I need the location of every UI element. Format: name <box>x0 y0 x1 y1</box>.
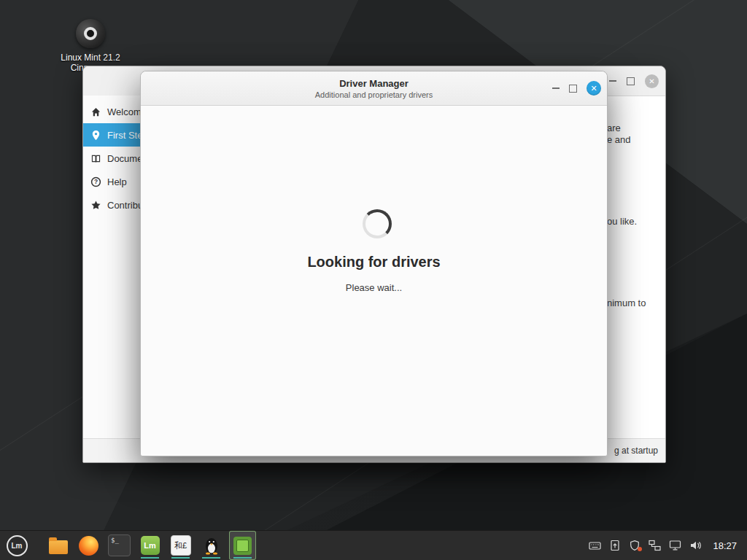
pin-icon <box>90 130 101 141</box>
welcome-content-fragment: are <box>607 122 621 133</box>
welcome-window-controls: ✕ <box>609 66 659 96</box>
window-title: Driver Manager <box>339 78 409 89</box>
launcher-input-method[interactable]: 和£ <box>168 532 193 559</box>
help-icon: ? <box>90 176 101 187</box>
tray-firewall[interactable] <box>629 540 640 551</box>
network-icon <box>649 540 661 551</box>
display-icon <box>669 540 681 551</box>
launcher-firefox[interactable] <box>76 532 101 559</box>
driver-manager-window[interactable]: Driver Manager Additional and proprietar… <box>140 71 608 456</box>
disc-icon[interactable] <box>76 19 105 48</box>
status-message: Please wait... <box>141 282 607 293</box>
launcher-area: $_ Lm 和£ <box>45 531 256 560</box>
launcher-tux-app[interactable] <box>198 532 224 559</box>
terminal-icon: $_ <box>108 534 131 556</box>
keyboard-icon <box>589 540 601 551</box>
driver-manager-icon <box>233 537 252 555</box>
window-subtitle: Additional and proprietary drivers <box>315 90 433 99</box>
tray-network[interactable] <box>649 540 661 551</box>
tray-volume[interactable] <box>689 540 702 551</box>
shortcut-label-line1: Linux Mint 21.2 <box>58 52 123 63</box>
svg-text:?: ? <box>94 178 98 185</box>
folder-icon <box>49 540 68 554</box>
close-icon[interactable]: ✕ <box>587 81 601 96</box>
maximize-icon[interactable] <box>569 85 577 93</box>
minimize-icon[interactable] <box>552 88 560 89</box>
welcome-content-fragment: nimum to <box>607 298 646 308</box>
mint-welcome-icon: Lm <box>141 536 160 555</box>
status-heading: Looking for drivers <box>141 254 607 271</box>
close-icon[interactable]: ✕ <box>645 74 659 88</box>
driver-manager-icon-inner <box>236 540 249 552</box>
loading-spinner <box>363 209 392 238</box>
taskbar-panel: Lm $_ Lm 和£ <box>0 530 747 560</box>
book-icon <box>90 153 101 164</box>
tux-icon <box>204 536 220 555</box>
launcher-driver-manager[interactable] <box>229 531 256 560</box>
speaker-icon <box>689 540 702 551</box>
tray-display[interactable] <box>669 540 681 551</box>
menu-button[interactable]: Lm <box>0 531 34 560</box>
disc-ring <box>84 27 97 40</box>
home-icon <box>90 106 101 117</box>
mint-logo-icon: Lm <box>7 535 28 556</box>
notification-dot <box>638 547 642 551</box>
maximize-icon[interactable] <box>627 77 635 85</box>
driver-window-controls: ✕ <box>552 71 601 105</box>
clock[interactable]: 18:27 <box>713 540 737 551</box>
show-at-startup-label[interactable]: g at startup <box>614 446 658 456</box>
launcher-files[interactable] <box>45 532 71 559</box>
driver-manager-titlebar[interactable]: Driver Manager Additional and proprietar… <box>141 71 607 106</box>
minimize-icon[interactable] <box>609 80 616 82</box>
input-method-icon: 和£ <box>171 535 191 556</box>
system-tray: 18:27 <box>589 531 747 560</box>
sidebar-item-label: Help <box>107 176 127 187</box>
launcher-mint-welcome[interactable]: Lm <box>137 532 163 559</box>
welcome-content-fragment: ou like. <box>607 216 637 227</box>
launcher-terminal[interactable]: $_ <box>107 532 132 559</box>
desktop-shortcut-linux-mint-iso[interactable]: Linux Mint 21.2 Cinnamon <box>58 19 123 73</box>
tray-keyboard[interactable] <box>589 540 601 551</box>
star-icon <box>90 200 101 211</box>
upload-clipboard-icon <box>609 540 621 551</box>
firefox-icon <box>79 536 98 556</box>
welcome-content-fragment: e and <box>607 134 631 145</box>
tray-update-manager[interactable] <box>609 540 621 551</box>
